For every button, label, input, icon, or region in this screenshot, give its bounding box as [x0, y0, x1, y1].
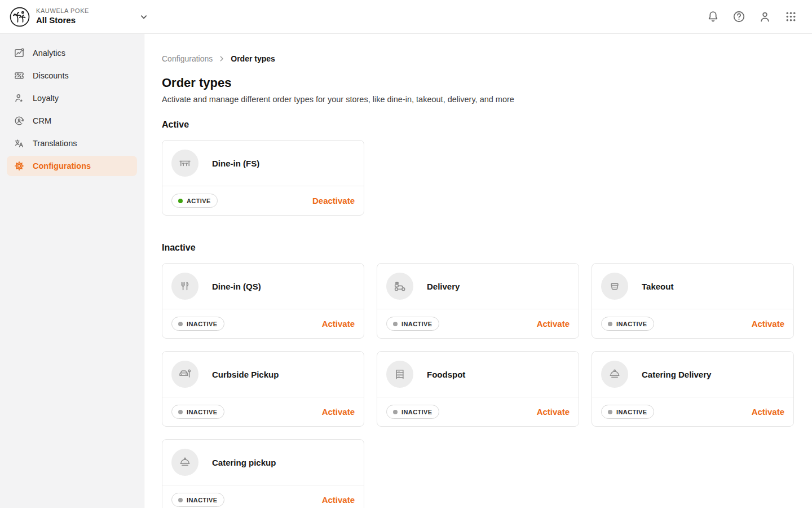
card-grid: Dine-in (QS) INACTIVE Activate Delivery … [162, 263, 795, 508]
configurations-icon [14, 160, 25, 172]
order-type-name: Takeout [642, 282, 673, 291]
help-button[interactable] [731, 9, 747, 25]
status-label: INACTIVE [616, 409, 647, 415]
order-type-card: Catering pickup INACTIVE Activate [162, 439, 364, 508]
order-type-name: Curbside Pickup [212, 370, 279, 379]
sidebar-item-configurations[interactable]: Configurations [7, 156, 137, 176]
order-type-name: Foodspot [427, 370, 465, 379]
status-dot [178, 199, 183, 203]
status-label: INACTIVE [401, 321, 433, 327]
sidebar-item-translations[interactable]: Translations [7, 133, 137, 154]
sidebar-item-discounts[interactable]: Discounts [7, 65, 137, 86]
toggle-activation-button[interactable]: Activate [322, 495, 355, 505]
status-dot [178, 410, 183, 414]
chevron-right-icon [217, 54, 226, 63]
status-label: INACTIVE [401, 409, 433, 415]
org-name: KAUWELA POKE [36, 7, 89, 15]
page-title: Order types [162, 76, 795, 90]
toggle-activation-button[interactable]: Activate [537, 319, 570, 329]
apps-grid-icon [784, 10, 798, 24]
notifications-button[interactable] [705, 9, 721, 25]
fork-knife-icon [171, 273, 198, 300]
analytics-icon [14, 47, 25, 59]
status-dot [393, 410, 398, 414]
sidebar-item-label: Analytics [33, 49, 65, 58]
status-badge: INACTIVE [171, 405, 224, 419]
card-grid: Dine-in (FS) ACTIVE Deactivate [162, 140, 795, 216]
crm-icon [14, 115, 25, 126]
order-type-name: Dine-in (QS) [212, 282, 261, 291]
foodspot-shelf-icon [386, 361, 413, 388]
status-label: INACTIVE [616, 321, 647, 327]
order-type-name: Catering Delivery [642, 370, 711, 379]
order-type-card: Curbside Pickup INACTIVE Activate [162, 351, 364, 427]
loyalty-icon [14, 93, 25, 104]
toggle-activation-button[interactable]: Activate [752, 407, 784, 417]
status-label: INACTIVE [187, 321, 218, 327]
discounts-icon [14, 70, 25, 81]
order-type-name: Catering pickup [212, 458, 276, 467]
account-button[interactable] [757, 9, 773, 25]
status-badge: INACTIVE [171, 317, 224, 331]
header-actions [705, 9, 798, 25]
status-dot [393, 322, 398, 326]
sidebar-item-label: CRM [33, 116, 51, 125]
status-label: INACTIVE [187, 497, 218, 503]
order-type-card: Dine-in (FS) ACTIVE Deactivate [162, 140, 364, 216]
curbside-car-icon [171, 361, 198, 388]
main-content: Configurations Order types Order types A… [144, 34, 812, 508]
toggle-activation-button[interactable]: Activate [322, 319, 355, 329]
status-badge: INACTIVE [601, 405, 654, 419]
status-badge: ACTIVE [171, 194, 218, 208]
store-scope-label: All Stores [36, 15, 89, 26]
sidebar-item-label: Configurations [33, 161, 91, 170]
translations-icon [14, 138, 25, 149]
status-dot [178, 498, 183, 502]
toggle-activation-button[interactable]: Deactivate [312, 196, 355, 205]
sidebar-item-loyalty[interactable]: Loyalty [7, 88, 137, 108]
status-badge: INACTIVE [171, 493, 224, 507]
order-type-name: Delivery [427, 282, 460, 291]
sidebar-nav: Analytics Discounts Loyalty CRM Translat… [0, 34, 144, 508]
status-label: INACTIVE [187, 409, 218, 415]
catering-cloche-icon [601, 361, 628, 388]
order-type-section: Active Dine-in (FS) ACTIVE Deactivate [162, 120, 795, 216]
store-switcher[interactable]: KAUWELA POKE All Stores [9, 6, 150, 28]
order-type-card: Takeout INACTIVE Activate [592, 263, 794, 339]
bell-icon [706, 10, 720, 24]
status-dot [178, 322, 183, 326]
order-type-card: Catering Delivery INACTIVE Activate [592, 351, 794, 427]
catering-cloche-icon [171, 449, 198, 476]
breadcrumb-current: Order types [231, 54, 275, 63]
delivery-scooter-icon [386, 273, 413, 300]
sidebar-item-label: Translations [33, 139, 77, 148]
order-type-section: Inactive Dine-in (QS) INACTIVE Activate … [162, 243, 795, 508]
toggle-activation-button[interactable]: Activate [322, 407, 355, 417]
dine-in-table-icon [171, 150, 198, 177]
order-type-card: Dine-in (QS) INACTIVE Activate [162, 263, 364, 339]
breadcrumb: Configurations Order types [162, 54, 795, 63]
apps-button[interactable] [783, 9, 798, 25]
sidebar-item-label: Loyalty [33, 94, 59, 103]
toggle-activation-button[interactable]: Activate [752, 319, 784, 329]
sidebar-item-crm[interactable]: CRM [7, 111, 137, 131]
status-dot [608, 410, 612, 414]
status-dot [608, 322, 612, 326]
breadcrumb-parent-link[interactable]: Configurations [162, 54, 213, 63]
status-badge: INACTIVE [386, 405, 439, 419]
order-type-card: Foodspot INACTIVE Activate [377, 351, 579, 427]
help-icon [732, 10, 746, 24]
takeout-box-icon [601, 273, 628, 300]
chevron-down-icon[interactable] [138, 11, 150, 23]
sidebar-item-label: Discounts [33, 71, 69, 80]
toggle-activation-button[interactable]: Activate [537, 407, 570, 417]
order-type-name: Dine-in (FS) [212, 159, 259, 168]
section-heading: Active [162, 120, 795, 130]
app-header: KAUWELA POKE All Stores [0, 0, 812, 34]
section-heading: Inactive [162, 243, 795, 253]
page-subtitle: Activate and manage different order type… [162, 95, 795, 104]
order-type-sections: Active Dine-in (FS) ACTIVE Deactivate In… [162, 120, 795, 508]
palm-tree-logo-icon [9, 6, 30, 28]
sidebar-item-analytics[interactable]: Analytics [7, 43, 137, 63]
status-label: ACTIVE [187, 198, 211, 204]
